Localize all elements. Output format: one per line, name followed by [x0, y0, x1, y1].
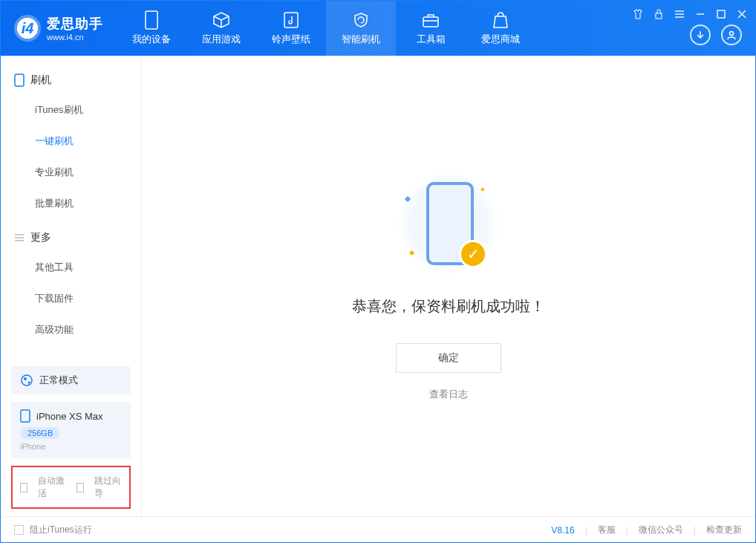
sidebar-item-itunes-flash[interactable]: iTunes刷机 — [1, 94, 141, 126]
sidebar-item-oneclick-flash[interactable]: 一键刷机 — [1, 126, 141, 157]
sidebar-item-pro-flash[interactable]: 专业刷机 — [1, 157, 141, 188]
close-icon[interactable] — [736, 8, 748, 20]
header-right-actions — [690, 25, 742, 45]
download-button[interactable] — [690, 25, 711, 45]
refresh-shield-icon — [351, 10, 371, 30]
device-icon — [14, 74, 25, 87]
sidebar-section-flash: 刷机 iTunes刷机 一键刷机 专业刷机 批量刷机 — [1, 66, 141, 219]
svg-point-5 — [730, 32, 734, 36]
tab-label: 工具箱 — [417, 33, 446, 46]
checkbox-block-itunes[interactable] — [14, 525, 24, 535]
footer: 阻止iTunes运行 V8.16 | 客服 | 微信公众号 | 检查更新 — [1, 516, 755, 543]
app-subtitle: www.i4.cn — [47, 33, 103, 42]
tab-store[interactable]: 爱思商城 — [466, 1, 535, 56]
wechat-link[interactable]: 微信公众号 — [639, 524, 683, 536]
app-title: 爱思助手 — [47, 15, 103, 33]
list-icon — [14, 233, 25, 242]
footer-right: V8.16 | 客服 | 微信公众号 | 检查更新 — [551, 524, 742, 536]
checkmark-badge-icon: ✓ — [459, 240, 487, 268]
svg-point-7 — [22, 375, 32, 386]
mode-card[interactable]: 正常模式 — [11, 366, 131, 394]
device-type: iPhone — [20, 442, 122, 451]
sidebar-section-title: 刷机 — [30, 74, 51, 87]
svg-rect-0 — [146, 11, 157, 29]
sidebar-header-flash: 刷机 — [1, 66, 141, 94]
support-link[interactable]: 客服 — [598, 524, 616, 536]
cube-icon — [212, 10, 231, 30]
svg-point-8 — [24, 377, 27, 380]
sidebar-item-download-firmware[interactable]: 下载固件 — [1, 283, 141, 314]
body: 刷机 iTunes刷机 一键刷机 专业刷机 批量刷机 更多 其他工具 下载固件 … — [1, 56, 755, 516]
svg-rect-1 — [284, 13, 298, 27]
tab-label: 我的设备 — [132, 33, 171, 46]
mode-icon — [20, 374, 33, 387]
sidebar-section-more: 更多 其他工具 下载固件 高级功能 — [1, 224, 141, 345]
device-name: iPhone XS Max — [36, 411, 103, 422]
mode-label: 正常模式 — [39, 374, 78, 387]
logo-icon: i4 — [14, 15, 41, 42]
tab-ringtone-wallpaper[interactable]: 铃声壁纸 — [256, 1, 326, 56]
toolbox-icon — [421, 10, 440, 30]
ok-button[interactable]: 确定 — [396, 343, 501, 373]
version-label: V8.16 — [551, 525, 574, 536]
sidebar: 刷机 iTunes刷机 一键刷机 专业刷机 批量刷机 更多 其他工具 下载固件 … — [1, 56, 142, 516]
sidebar-item-advanced[interactable]: 高级功能 — [1, 314, 141, 345]
svg-rect-10 — [21, 410, 30, 422]
user-button[interactable] — [721, 25, 742, 45]
tab-label: 爱思商城 — [481, 33, 520, 46]
highlighted-options: 自动激活 跳过向导 — [11, 466, 131, 509]
window-controls — [632, 8, 748, 20]
view-log-link[interactable]: 查看日志 — [429, 388, 468, 401]
phone-icon — [142, 10, 161, 30]
storage-badge: 256GB — [20, 427, 60, 439]
sidebar-item-batch-flash[interactable]: 批量刷机 — [1, 188, 141, 219]
svg-rect-3 — [656, 13, 662, 19]
main-tabs: 我的设备 应用游戏 铃声壁纸 智能刷机 工具箱 爱思商城 — [117, 1, 535, 56]
lock-icon[interactable] — [653, 8, 665, 20]
app-header: i4 爱思助手 www.i4.cn 我的设备 应用游戏 铃声壁纸 智能刷机 工具… — [1, 1, 755, 56]
tab-my-device[interactable]: 我的设备 — [117, 1, 186, 56]
shopping-bag-icon — [491, 10, 510, 30]
success-illustration: ✓ — [397, 172, 501, 276]
device-card[interactable]: iPhone XS Max 256GB iPhone — [11, 402, 131, 458]
checkbox-auto-activate[interactable] — [20, 483, 27, 492]
music-file-icon — [281, 10, 301, 30]
minimize-icon[interactable] — [694, 8, 706, 20]
tab-label: 铃声壁纸 — [272, 33, 310, 46]
logo-area: i4 爱思助手 www.i4.cn — [1, 15, 117, 42]
checkbox-label: 自动激活 — [38, 475, 65, 500]
main-content: ✓ 恭喜您，保资料刷机成功啦！ 确定 查看日志 — [142, 56, 755, 516]
logo-text: 爱思助手 www.i4.cn — [47, 15, 103, 42]
tab-label: 智能刷机 — [342, 33, 380, 46]
block-itunes-label: 阻止iTunes运行 — [30, 524, 92, 536]
svg-rect-2 — [423, 17, 438, 27]
svg-rect-6 — [15, 74, 24, 86]
sidebar-section-title: 更多 — [30, 231, 51, 244]
maximize-icon[interactable] — [715, 8, 727, 20]
sidebar-header-more: 更多 — [1, 224, 141, 252]
tab-smart-flash[interactable]: 智能刷机 — [326, 1, 396, 56]
tab-apps-games[interactable]: 应用游戏 — [186, 1, 256, 56]
shirt-icon[interactable] — [632, 8, 644, 20]
checkbox-skip-guide[interactable] — [76, 483, 84, 492]
device-icon — [20, 409, 30, 423]
tab-label: 应用游戏 — [202, 33, 241, 46]
menu-icon[interactable] — [674, 8, 685, 20]
tab-toolbox[interactable]: 工具箱 — [396, 1, 466, 56]
svg-rect-4 — [717, 10, 725, 18]
check-update-link[interactable]: 检查更新 — [706, 524, 742, 536]
svg-point-9 — [28, 382, 30, 384]
success-message: 恭喜您，保资料刷机成功啦！ — [352, 296, 545, 316]
sidebar-item-other-tools[interactable]: 其他工具 — [1, 252, 141, 283]
checkbox-label: 跳过向导 — [94, 475, 122, 500]
device-cards: 正常模式 iPhone XS Max 256GB iPhone — [1, 366, 141, 466]
